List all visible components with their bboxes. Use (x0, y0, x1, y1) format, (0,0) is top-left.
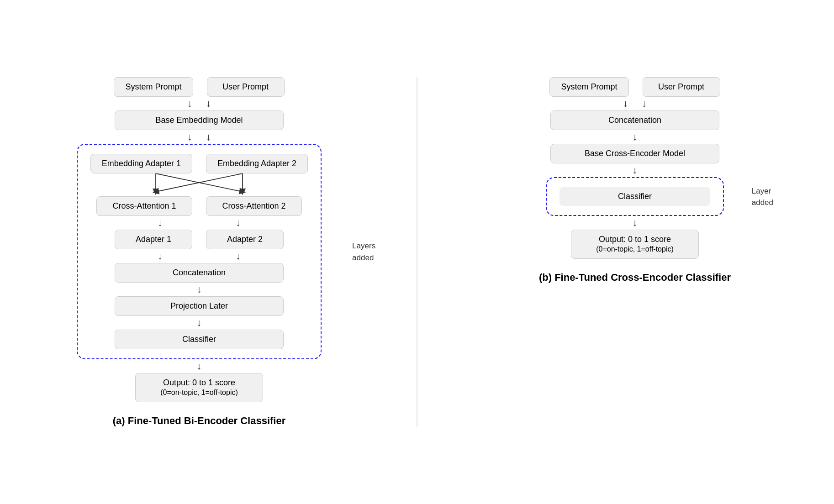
diagram-a-user-col: User Prompt (207, 77, 285, 97)
arrow-system-to-base (187, 97, 192, 110)
diagram-a-user-prompt: User Prompt (207, 77, 285, 97)
arrow-user-to-base (206, 97, 211, 110)
arrow-base-to-adapter1 (187, 130, 192, 144)
diagram-a-arrows-to-base (187, 97, 211, 110)
diagram-b-classifier: Classifier (560, 187, 710, 206)
diagram-b: System Prompt User Prompt Concatenation … (463, 77, 807, 284)
diagram-a-system-prompt: System Prompt (114, 77, 193, 97)
diagram-a-top-inputs: System Prompt User Prompt (114, 77, 284, 97)
diagram-a-embedding-adapter-2: Embedding Adapter 2 (206, 154, 308, 173)
separator (417, 77, 417, 427)
arrow-a2-to-concat (236, 249, 241, 263)
diagram-b-content: System Prompt User Prompt Concatenation … (463, 77, 807, 259)
diagram-b-concatenation: Concatenation (550, 110, 719, 130)
arrow-b-concat-to-base (633, 130, 638, 144)
diagram-a-output: Output: 0 to 1 score (0=on-topic, 1=off-… (135, 373, 263, 402)
diagram-b-arrows-to-concat (623, 97, 647, 110)
diagram-a-arrows-to-adapters (158, 216, 241, 230)
diagram-a-title: (a) Fine-Tuned Bi-Encoder Classifier (113, 415, 286, 427)
diagram-b-system-col: System Prompt (549, 77, 628, 97)
diagram-a-projection: Projection Later (115, 296, 284, 316)
arrow-concat-to-proj (197, 283, 202, 296)
main-container: System Prompt User Prompt Base Embedding… (0, 59, 834, 445)
diagram-b-title: (b) Fine-Tuned Cross-Encoder Classifier (539, 272, 731, 284)
arrow-b-user-to-concat (642, 97, 647, 110)
diagram-a-content: System Prompt User Prompt Base Embedding… (27, 77, 371, 402)
diagram-b-user-col: User Prompt (643, 77, 720, 97)
arrow-classifier-to-output (197, 359, 202, 373)
arrow-ca1-to-a1 (158, 216, 163, 230)
diagram-a-arrows-to-dashed (187, 130, 211, 144)
diagram-b-top-inputs: System Prompt User Prompt (549, 77, 720, 97)
arrow-a1-to-concat (158, 249, 163, 263)
diagram-b-dashed-border: Layer added Classifier (546, 177, 724, 216)
diagram-a-concatenation: Concatenation (115, 263, 284, 283)
diagram-a-embedding-adapter-1: Embedding Adapter 1 (90, 154, 192, 173)
diagram-b-system-prompt: System Prompt (549, 77, 628, 97)
diagram-a-classifier: Classifier (115, 330, 284, 349)
diagram-b-base-model: Base Cross-Encoder Model (550, 144, 719, 163)
arrow-proj-to-classifier (197, 316, 202, 330)
diagram-a-cross-arrows (110, 173, 288, 196)
arrow-b-base-to-classifier (633, 163, 638, 177)
arrow-b-classifier-to-output (633, 216, 638, 230)
diagram-a-base-model: Base Embedding Model (115, 110, 284, 130)
diagram-a-adapters-row: Embedding Adapter 1 Embedding Adapter 2 (90, 154, 308, 173)
diagram-b-output: Output: 0 to 1 score (0=on-topic, 1=off-… (571, 230, 699, 259)
diagram-b-layer-label: Layer added (752, 185, 773, 208)
diagram-a-adapter-1: Adapter 1 (115, 230, 192, 249)
diagram-a-layers-label: Layers added (352, 240, 375, 263)
diagram-a-adapter-row: Adapter 1 Adapter 2 (115, 230, 284, 249)
diagram-a-cross-attention-row: Cross-Attention 1 Cross-Attention 2 (96, 196, 302, 216)
diagram-a-cross-attention-1: Cross-Attention 1 (96, 196, 192, 216)
diagram-a-arrows-to-concat (158, 249, 241, 263)
diagram-a: System Prompt User Prompt Base Embedding… (27, 77, 371, 427)
arrow-base-to-adapter2 (206, 130, 211, 144)
diagram-b-user-prompt: User Prompt (643, 77, 720, 97)
diagram-a-dashed-border: Layers added Embedding Adapter 1 Embeddi… (77, 144, 322, 359)
diagram-a-adapter-2: Adapter 2 (206, 230, 284, 249)
arrow-b-system-to-concat (623, 97, 628, 110)
arrow-ca2-to-a2 (236, 216, 241, 230)
diagram-a-system-col: System Prompt (114, 77, 193, 97)
diagram-a-cross-attention-2: Cross-Attention 2 (206, 196, 302, 216)
